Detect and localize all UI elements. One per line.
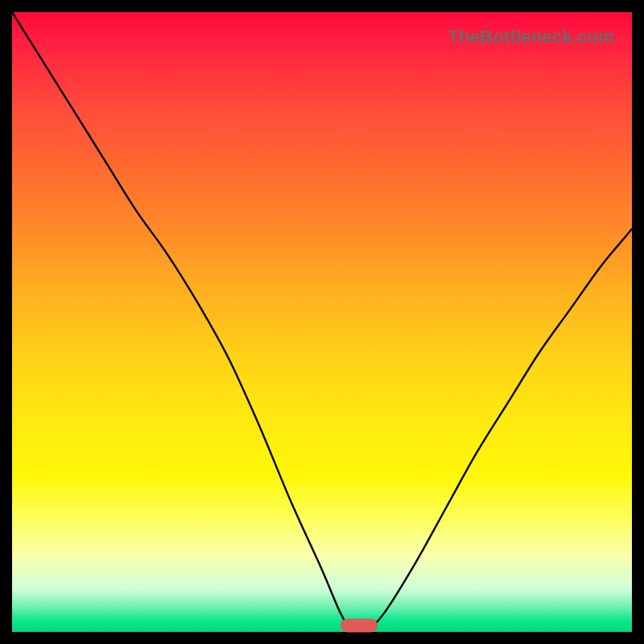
chart-frame: TheBottleneck.com [0, 0, 644, 644]
bottleneck-curve [12, 12, 632, 632]
optimal-marker [341, 619, 378, 633]
watermark-text: TheBottleneck.com [448, 27, 614, 47]
plot-area: TheBottleneck.com [12, 12, 632, 632]
